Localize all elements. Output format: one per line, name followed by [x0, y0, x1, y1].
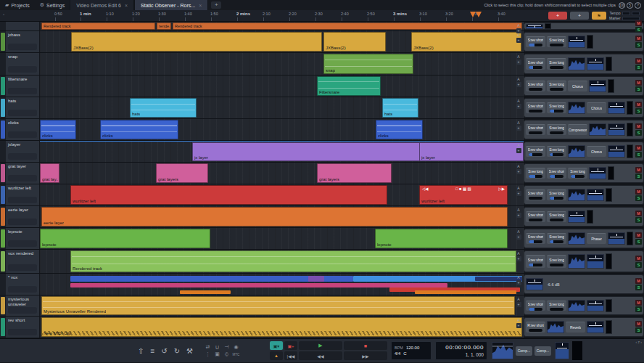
bpm-display[interactable]: BPM120.00 4/4C	[391, 341, 432, 360]
solo-button[interactable]: S	[635, 239, 642, 245]
automation-column[interactable]: A+	[515, 164, 522, 174]
ruler-tick[interactable]: 1:50	[210, 12, 218, 16]
track-lane[interactable]: eerie layerA+	[40, 206, 524, 227]
upload-icon[interactable]: ⇧	[138, 347, 144, 355]
send-level-slider[interactable]	[529, 264, 542, 266]
level-plugin[interactable]	[608, 102, 625, 114]
clip[interactable]	[415, 290, 516, 294]
send-plugin[interactable]: S:rev short	[526, 255, 545, 268]
ruler-tick[interactable]: 2:40	[341, 12, 349, 16]
plugin-rack[interactable]: S:rev shortS:rev longMS	[524, 250, 644, 272]
tab-static-observer[interactable]: Static Observer - Rors... ×	[134, 0, 208, 10]
clip[interactable]: wurlitzer left◁◀□ ■ ▦ ▧▷▶	[419, 185, 508, 205]
clip[interactable]: Filtersnare	[317, 76, 381, 96]
metronome-button[interactable]: ▲	[270, 351, 283, 360]
plugin-button[interactable]: Phaser	[587, 233, 606, 244]
projects-button[interactable]: ▰ Projects	[0, 0, 35, 10]
send-level-slider[interactable]	[529, 88, 542, 91]
automation-column[interactable]: A+	[515, 54, 522, 65]
level-plugin[interactable]	[587, 57, 604, 70]
tools-icon[interactable]: ⚒	[186, 347, 193, 355]
solo-button[interactable]: S	[635, 217, 642, 223]
track-lane[interactable]: grat lay..grat layersgrat layersA+	[40, 163, 524, 184]
clip[interactable]: grat lay..	[40, 163, 59, 183]
automation-column[interactable]: A+	[515, 77, 522, 87]
clip[interactable]: eerie layer	[41, 207, 508, 227]
send-plugin[interactable]: S:rev short	[526, 58, 545, 70]
mute-button[interactable]: M	[635, 278, 642, 284]
track-header[interactable]: snap	[6, 53, 40, 75]
add-marker-red-button[interactable]: +	[548, 12, 567, 20]
plugin-rack[interactable]: S:rev shortS:rev longMS	[524, 54, 644, 74]
punch-icon[interactable]: U	[212, 345, 222, 350]
send-level-slider[interactable]	[529, 329, 542, 332]
mute-button[interactable]: M	[635, 58, 642, 64]
scroll-icon[interactable]: ⋮	[203, 351, 212, 357]
automation-add-icon[interactable]: +	[516, 280, 521, 285]
automation-add-icon[interactable]: +	[516, 213, 521, 218]
track-header[interactable]: * vox	[6, 274, 40, 295]
plugin-button[interactable]: Chorus	[568, 81, 587, 91]
plugin-button[interactable]: Compressor	[568, 124, 587, 135]
send-plugin[interactable]: S:rev short	[547, 168, 566, 179]
click-track-icon[interactable]: ◉	[231, 344, 241, 350]
automation-add-icon[interactable]: +	[516, 104, 521, 109]
automation-add-icon[interactable]: +	[516, 302, 521, 307]
track-header[interactable]: vox rendered	[6, 250, 40, 273]
new-tab-button[interactable]: +	[211, 1, 221, 9]
send-level-slider[interactable]	[550, 264, 564, 266]
clip[interactable]: JXBass(2)	[71, 32, 322, 52]
automation-add-icon[interactable]: +	[516, 323, 521, 328]
ruler-tick[interactable]: 1:20	[132, 12, 140, 16]
send-plugin[interactable]: S:rev long	[547, 102, 566, 113]
send-level-slider[interactable]	[529, 240, 542, 243]
automation-add-icon[interactable]: +	[516, 191, 521, 196]
clip[interactable]: Rendered track	[41, 23, 155, 30]
plugin-rack[interactable]: S:rev shortS:rev longPhaserMS	[524, 229, 644, 248]
clip[interactable]: grat layers	[317, 163, 392, 183]
automation-add-icon[interactable]: +	[516, 82, 521, 87]
ruler-tick[interactable]: 2:50	[367, 12, 375, 16]
automation-column[interactable]: A+	[515, 99, 522, 109]
clip[interactable]: wurlitzer left	[70, 185, 387, 205]
level-plugin[interactable]	[568, 36, 585, 48]
send-level-slider[interactable]	[529, 131, 542, 134]
automation-column[interactable]: A+	[515, 229, 522, 240]
solo-button[interactable]: S	[635, 327, 642, 333]
clip[interactable]: grat layers	[156, 163, 208, 183]
plugin-rack[interactable]: S:rev shortS:rev longChorusMS	[524, 98, 644, 118]
waveform-plugin-display[interactable]	[568, 232, 585, 245]
ruler-tick[interactable]: 3:40	[498, 12, 505, 16]
mute-button[interactable]: M	[635, 321, 642, 327]
automation-column[interactable]: A+	[515, 297, 522, 307]
automation-column[interactable]: A+	[515, 186, 522, 196]
track-lane[interactable]: New MIDI ClipA+	[40, 317, 524, 338]
level-plugin[interactable]	[589, 80, 606, 92]
clip[interactable]: clicks	[376, 120, 423, 139]
lock-icon[interactable]: ▣	[212, 351, 222, 357]
track-header[interactable]: wurlitzer left	[6, 184, 40, 205]
automation-column[interactable]: A+	[515, 33, 522, 43]
master-level-plugin[interactable]	[555, 342, 569, 359]
clip[interactable]: snap	[323, 54, 413, 74]
track-header[interactable]: eerie layer	[6, 206, 40, 227]
copyright-icon[interactable]: ©	[222, 352, 231, 357]
ruler-tick[interactable]: 2 mins	[236, 12, 250, 16]
track-lane[interactable]: Rendered trackrende...Rendered trackA+	[40, 22, 524, 30]
send-level-slider[interactable]	[529, 197, 542, 200]
send-plugin[interactable]: S:rev long	[547, 301, 566, 311]
ruler-tick[interactable]: 2:30	[315, 12, 323, 16]
automation-add-icon[interactable]: +	[516, 60, 521, 65]
stop-button[interactable]: ■	[344, 341, 387, 350]
plugin-rack[interactable]: S:rev shortS:rev longMS	[524, 296, 644, 315]
send-level-slider[interactable]	[550, 131, 564, 134]
ruler-tick[interactable]: 1:30	[158, 12, 166, 16]
level-plugin[interactable]	[587, 189, 604, 201]
undo-icon[interactable]: ↺	[161, 347, 167, 355]
level-plugin[interactable]	[587, 321, 604, 333]
level-plugin[interactable]	[608, 145, 625, 158]
send-plugin[interactable]: S:rev short	[526, 81, 545, 91]
loop-icon[interactable]: ⇄	[203, 344, 212, 350]
send-plugin[interactable]: S:rev short	[526, 301, 545, 311]
plugin-rack[interactable]: MS	[524, 23, 644, 30]
